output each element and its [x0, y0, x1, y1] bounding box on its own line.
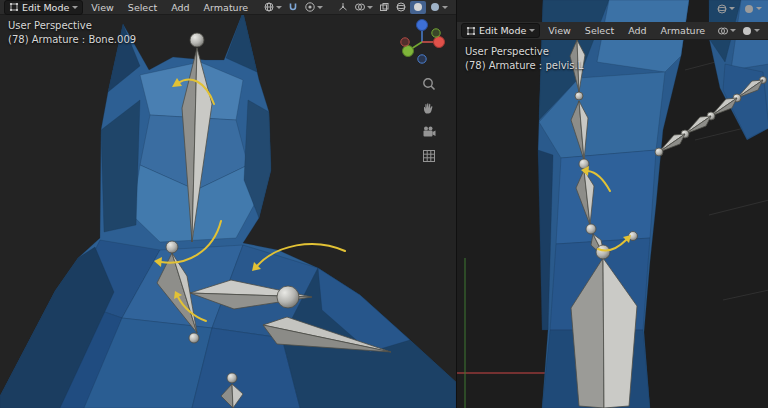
- orientation-globe-icon: [263, 1, 275, 13]
- viewport-tool-column: [421, 76, 437, 164]
- chevron-down-icon: [442, 6, 448, 9]
- snap-toggle-button[interactable]: [285, 1, 301, 14]
- proportional-edit-icon: [304, 1, 316, 13]
- viewport-left: Edit Mode View Select Add Armature: [0, 0, 456, 408]
- chevron-down-icon: [756, 7, 762, 10]
- bone-joint-sphere: [575, 92, 583, 100]
- chevron-down-icon: [276, 6, 282, 9]
- show-overlays-icon: [717, 25, 729, 37]
- bone-joint-sphere-large: [277, 286, 299, 308]
- shading-material-button[interactable]: [427, 1, 450, 14]
- chevron-down-icon: [730, 29, 736, 32]
- axis-z-neg-ball: [418, 55, 426, 63]
- xray-icon: [378, 1, 390, 13]
- axis-x-neg-ball: [401, 38, 409, 46]
- chevron-down-icon: [317, 6, 323, 9]
- blender-workspace: Edit Mode View Select Add Armature: [0, 0, 768, 408]
- viewport-header-right: Edit Mode View Select Add Armature: [457, 22, 768, 40]
- bone-joint-sphere: [655, 148, 663, 156]
- overlay-sphere-icon: [716, 3, 728, 15]
- chevron-down-icon: [729, 7, 735, 10]
- toggle-ortho-grid-icon[interactable]: [421, 148, 437, 164]
- bone-joint-sphere: [227, 373, 237, 383]
- chevron-down-icon: [367, 6, 373, 9]
- viewport-header-left: Edit Mode View Select Add Armature: [0, 0, 456, 15]
- chevron-down-icon: [754, 29, 760, 32]
- mode-label: Edit Mode: [479, 25, 526, 36]
- mode-label: Edit Mode: [22, 2, 69, 13]
- menu-add[interactable]: Add: [622, 24, 652, 37]
- shading-solid-icon: [412, 1, 424, 13]
- menu-select[interactable]: Select: [122, 1, 163, 14]
- axis-y-ball: [403, 46, 414, 57]
- bone-joint-sphere: [596, 245, 610, 259]
- edit-mode-icon: [466, 26, 476, 36]
- shading-wireframe-icon: [395, 1, 407, 13]
- shading-solid-icon: [741, 25, 753, 37]
- editor-corner-button-2[interactable]: [741, 2, 764, 15]
- show-overlays-icon: [354, 1, 366, 13]
- menu-add[interactable]: Add: [165, 1, 195, 14]
- camera-view-icon[interactable]: [421, 124, 437, 140]
- show-overlays-button[interactable]: [715, 24, 738, 37]
- bone-joint-sphere: [166, 241, 178, 253]
- chevron-down-icon: [72, 6, 78, 9]
- axis-z-ball: [417, 20, 428, 31]
- header-icon-cluster: [261, 1, 452, 14]
- menu-view[interactable]: View: [85, 1, 120, 14]
- shading-solid-button[interactable]: [410, 1, 426, 14]
- pan-hand-icon[interactable]: [421, 100, 437, 116]
- shading-material-icon: [429, 1, 441, 13]
- viewport-right: Edit Mode View Select Add Armature: [456, 0, 768, 408]
- axis-x-ball: [434, 37, 445, 48]
- editor-corner-button-1[interactable]: [714, 2, 737, 15]
- menu-armature[interactable]: Armature: [198, 1, 255, 14]
- xray-toggle-button[interactable]: [376, 1, 392, 14]
- zoom-icon[interactable]: [421, 76, 437, 92]
- 3d-scene-right[interactable]: [457, 0, 768, 408]
- editor-corner-icons: [714, 2, 764, 15]
- bone-joint-sphere: [190, 33, 204, 47]
- menu-view[interactable]: View: [542, 24, 577, 37]
- menu-armature[interactable]: Armature: [655, 24, 712, 37]
- header-icon-cluster: [715, 24, 764, 37]
- shading-button[interactable]: [739, 24, 762, 37]
- axis-y-neg-ball: [432, 29, 440, 37]
- snap-magnet-icon: [287, 1, 299, 13]
- bone-joint-sphere: [189, 333, 199, 343]
- character-mesh: [0, 12, 456, 408]
- 3d-scene-left[interactable]: [0, 0, 456, 408]
- proportional-edit-button[interactable]: [302, 1, 325, 14]
- nav-gizmo[interactable]: [398, 16, 448, 70]
- shading-sphere-icon: [743, 3, 755, 15]
- mode-selector[interactable]: Edit Mode: [4, 0, 83, 15]
- show-overlays-button[interactable]: [352, 1, 375, 14]
- chevron-down-icon: [529, 29, 535, 32]
- edit-mode-icon: [9, 2, 19, 12]
- show-gizmo-button[interactable]: [335, 1, 351, 14]
- shading-wireframe-button[interactable]: [393, 1, 409, 14]
- mode-selector[interactable]: Edit Mode: [461, 23, 540, 38]
- bone-joint-sphere: [586, 224, 596, 234]
- transform-orientation-button[interactable]: [261, 1, 284, 14]
- show-gizmo-icon: [337, 1, 349, 13]
- menu-select[interactable]: Select: [579, 24, 620, 37]
